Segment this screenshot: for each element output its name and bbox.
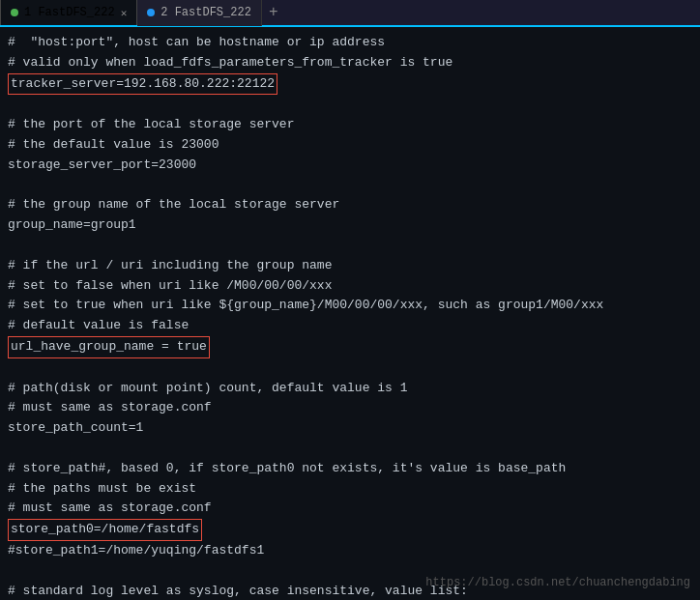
comment-line: # set to true when uri like ${group_name… [8, 296, 692, 316]
tab-bar: 1 FastDFS_222 ✕ 2 FastDFS_222 + [0, 0, 700, 27]
comment-line: # default value is false [8, 316, 692, 336]
empty-line [8, 236, 692, 256]
empty-line [8, 95, 692, 115]
comment-line: # set to false when uri like /M00/00/00/… [8, 276, 692, 297]
code-line: #store_path1=/home/yuqing/fastdfs1 [8, 541, 692, 561]
highlighted-line: url_have_group_name = true [8, 336, 692, 358]
comment-line: # must same as storage.conf [8, 499, 692, 519]
comment-line: # if the url / uri including the group n… [8, 256, 692, 276]
empty-line [8, 439, 692, 459]
tab-1-dot [11, 9, 18, 16]
comment-line: # the group name of the local storage se… [8, 195, 692, 215]
tab-2[interactable]: 2 FastDFS_222 [137, 0, 262, 26]
highlighted-line: store_path0=/home/fastdfs [8, 519, 692, 541]
code-line: store_path_count=1 [8, 418, 692, 439]
content-area: # "host:port", host can be hostname or i… [0, 27, 700, 600]
highlight-box: tracker_server=192.168.80.222:22122 [8, 73, 277, 96]
tab-2-dot [147, 9, 155, 16]
comment-line: # path(disk or mount point) count, defau… [8, 379, 692, 399]
code-line: storage_server_port=23000 [8, 156, 692, 176]
highlighted-line: tracker_server=192.168.80.222:22122 [8, 73, 692, 96]
watermark: https://blog.csdn.net/chuanchengdabing [425, 574, 690, 592]
empty-line [8, 176, 692, 196]
highlight-box: store_path0=/home/fastdfs [8, 519, 202, 541]
comment-line: # the paths must be exist [8, 479, 692, 500]
tab-1[interactable]: 1 FastDFS_222 ✕ [0, 0, 137, 25]
comment-line: # store_path#, based 0, if store_path0 n… [8, 459, 692, 479]
tab-2-label: 2 FastDFS_222 [160, 6, 251, 19]
tab-1-close[interactable]: ✕ [121, 7, 128, 19]
comment-line: # must same as storage.conf [8, 398, 692, 418]
new-tab-button[interactable]: + [262, 1, 285, 24]
comment-line: # "host:port", host can be hostname or i… [8, 33, 692, 53]
highlight-box: url_have_group_name = true [8, 336, 210, 358]
tab-1-label: 1 FastDFS_222 [24, 6, 115, 19]
comment-line: # the default value is 23000 [8, 135, 692, 156]
code-line: group_name=group1 [8, 215, 692, 236]
empty-line [8, 358, 692, 379]
comment-line: # valid only when load_fdfs_parameters_f… [8, 53, 692, 73]
comment-line: # the port of the local storage server [8, 115, 692, 135]
